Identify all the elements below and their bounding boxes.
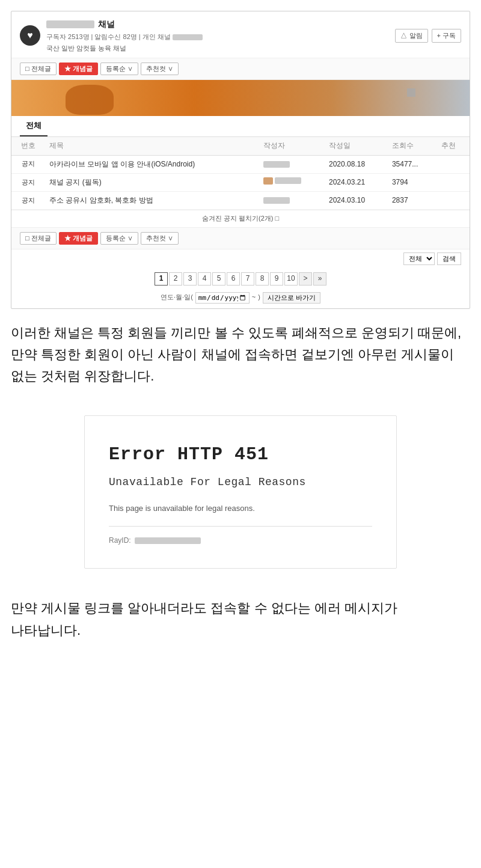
- notice-badge: 공지: [11, 155, 44, 173]
- tab-row: 전체: [11, 116, 470, 138]
- channel-info: 채널 구독자 2513명 | 알림수신 82명 | 개인 채널 국산 일반 암컷…: [46, 17, 203, 54]
- post-title[interactable]: 채널 공지 (필독): [44, 173, 259, 191]
- post-date: 2024.03.21: [324, 173, 387, 191]
- table-row: 공지 아카라이브 모바일 앱 이용 안내(iOS/Android) 2020.0…: [11, 155, 470, 173]
- post-author: [259, 173, 324, 191]
- col-title: 제목: [44, 137, 259, 155]
- col-num: 번호: [11, 137, 44, 155]
- date-prefix: 연도·월·일(: [161, 292, 193, 303]
- page-last[interactable]: »: [313, 272, 326, 286]
- rayid-blur: [135, 537, 201, 544]
- date-separator: ~: [252, 292, 256, 303]
- col-date: 작성일: [324, 137, 387, 155]
- search-row: 전체 검색: [11, 249, 470, 268]
- post-views: 2837: [387, 191, 437, 209]
- col-rec: 추천: [437, 137, 470, 155]
- new-posts-btn-2[interactable]: ★ 개념글: [59, 232, 98, 245]
- pagination: 1 2 3 4 5 6 7 8 9 10 > »: [11, 268, 470, 290]
- page-4[interactable]: 4: [198, 272, 211, 286]
- notice-badge: 공지: [11, 173, 44, 191]
- sort-register-btn-2[interactable]: 등록순 ∨: [100, 232, 138, 245]
- body-text: 이러한 채널은 특정 회원들 끼리만 볼 수 있도록 폐쇄적으로 운영되기 때문…: [0, 309, 481, 397]
- page-2[interactable]: 2: [169, 272, 182, 286]
- author-blur: [275, 177, 301, 184]
- channel-header-left: ♥ 채널 구독자 2513명 | 알림수신 82명 | 개인 채널 국산 일반 …: [20, 17, 203, 54]
- recommendation-btn[interactable]: 추천컷 ∨: [141, 63, 179, 75]
- post-author: [259, 155, 324, 173]
- post-date: 2020.08.18: [324, 155, 387, 173]
- table-row: 공지 채널 공지 (필독) 2024.03.21 3794: [11, 173, 470, 191]
- post-views: 35477...: [387, 155, 437, 173]
- page-9[interactable]: 9: [270, 272, 283, 286]
- subscribe-button[interactable]: + 구독: [432, 29, 461, 43]
- col-views: 조회수: [387, 137, 437, 155]
- all-posts-btn[interactable]: □ 전체글: [20, 63, 57, 75]
- col-author: 작성자: [259, 137, 324, 155]
- filter-bar-top: □ 전체글 ★ 개념글 등록순 ∨ 추천컷 ∨: [11, 58, 470, 80]
- channel-desc: 국산 일반 암컷들 농육 채널: [46, 43, 203, 54]
- author-thumb: [263, 177, 273, 185]
- page-10[interactable]: 10: [284, 272, 298, 286]
- table-row: 공지 주소 공유시 암호화, 복호화 방법 2024.03.10 2837: [11, 191, 470, 209]
- bottom-text: 만약 게시물 링크를 알아내더라도 접속할 수 없다는 에러 메시지가 나타납니…: [0, 581, 481, 653]
- error-title: Error HTTP 451: [109, 440, 372, 469]
- page-8[interactable]: 8: [256, 272, 269, 286]
- page-3[interactable]: 3: [183, 272, 197, 286]
- page-7[interactable]: 7: [241, 272, 254, 286]
- post-date: 2024.03.10: [324, 191, 387, 209]
- notice-badge: 공지: [11, 191, 44, 209]
- post-rec: [437, 155, 470, 173]
- time-nav-button[interactable]: 시간으로 바가기: [263, 292, 320, 304]
- channel-sub-info: 구독자 2513명 | 알림수신 82명 | 개인 채널: [46, 32, 203, 43]
- post-rec: [437, 191, 470, 209]
- search-select[interactable]: 전체: [403, 252, 435, 265]
- post-title[interactable]: 아카라이브 모바일 앱 이용 안내(iOS/Android): [44, 155, 259, 173]
- post-table: 번호 제목 작성자 작성일 조회수 추천 공지 아카라이브 모바일 앱 이용 안…: [11, 137, 470, 210]
- page-6[interactable]: 6: [227, 272, 240, 286]
- recommendation-btn-2[interactable]: 추천컷 ∨: [141, 232, 179, 245]
- date-nav-row: 연도·월·일( ~ ) 시간으로 바가기: [11, 290, 470, 308]
- rayid-label: RayID:: [109, 535, 131, 546]
- new-posts-btn[interactable]: ★ 개념글: [59, 63, 98, 75]
- sort-register-btn[interactable]: 등록순 ∨: [100, 63, 138, 75]
- search-button[interactable]: 검색: [437, 252, 461, 265]
- filter-bar-bottom: □ 전체글 ★ 개념글 등록순 ∨ 추천컷 ∨: [11, 227, 470, 249]
- hidden-notice-row[interactable]: 숨겨진 공지 펼치기(2개) □: [11, 210, 470, 227]
- post-author: [259, 191, 324, 209]
- error-rayid: RayID:: [109, 535, 372, 546]
- alarm-button[interactable]: △ 알림: [395, 29, 427, 43]
- channel-panel: ♥ 채널 구독자 2513명 | 알림수신 82명 | 개인 채널 국산 일반 …: [11, 11, 470, 309]
- date-input-start[interactable]: [195, 292, 250, 304]
- channel-banner: [11, 80, 470, 116]
- channel-name-label: 채널: [98, 17, 115, 31]
- error-divider: [109, 526, 372, 527]
- channel-link-blur: [173, 34, 203, 40]
- page-5[interactable]: 5: [212, 272, 225, 286]
- page-1[interactable]: 1: [155, 272, 168, 286]
- error-subtitle: Unavailable For Legal Reasons: [109, 474, 372, 491]
- channel-name-blur: [46, 20, 94, 28]
- heart-icon: ♥: [20, 25, 40, 46]
- page-next[interactable]: >: [299, 272, 312, 286]
- post-title[interactable]: 주소 공유시 암호화, 복호화 방법: [44, 191, 259, 209]
- all-posts-btn-2[interactable]: □ 전체글: [20, 232, 57, 245]
- error-desc: This page is unavailable for legal reaso…: [109, 503, 372, 515]
- channel-header-right: △ 알림 + 구독: [395, 29, 461, 43]
- tab-all[interactable]: 전체: [20, 116, 47, 137]
- date-suffix: ): [258, 292, 260, 303]
- post-rec: [437, 173, 470, 191]
- channel-name-row: 채널: [46, 17, 203, 31]
- banner-animal-shape: [66, 85, 114, 115]
- post-views: 3794: [387, 173, 437, 191]
- banner-gray-rect: [407, 88, 415, 97]
- error-block: Error HTTP 451 Unavailable For Legal Rea…: [84, 415, 397, 569]
- channel-header: ♥ 채널 구독자 2513명 | 알림수신 82명 | 개인 채널 국산 일반 …: [11, 11, 470, 58]
